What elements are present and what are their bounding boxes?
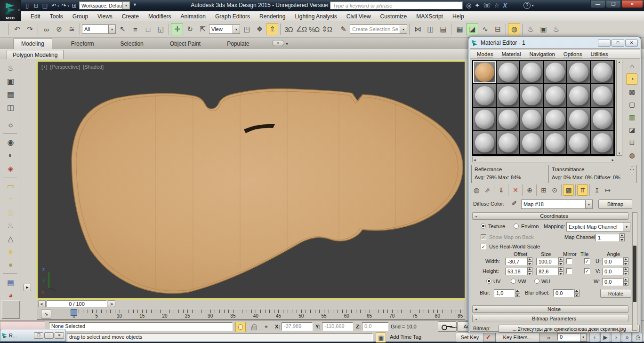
uv-radio[interactable]: [486, 279, 491, 284]
material-slot[interactable]: [544, 84, 566, 107]
show-map-in-viewport-icon[interactable]: ▩: [563, 184, 574, 196]
plane-light-icon[interactable]: ▭: [3, 180, 17, 192]
chevron-down-icon[interactable]: ▾: [580, 333, 587, 342]
tab-polygon-modeling[interactable]: Polygon Modeling: [7, 50, 64, 59]
material-slot[interactable]: [544, 61, 566, 83]
tab-modeling[interactable]: Modeling: [13, 38, 52, 49]
u-angle-field[interactable]: 0,0: [602, 258, 623, 265]
background-icon[interactable]: ▩: [626, 86, 637, 97]
chevron-down-icon[interactable]: ▾: [68, 4, 70, 10]
next-frame-icon[interactable]: ›: [611, 332, 621, 342]
blur-spinner[interactable]: [515, 289, 520, 297]
environ-radio[interactable]: [514, 223, 519, 229]
me-menu-navigation[interactable]: Navigation: [525, 50, 558, 58]
tile-v-checkbox[interactable]: [584, 268, 590, 274]
render-setup-dialog-icon[interactable]: ▤: [3, 88, 17, 100]
search-input[interactable]: [330, 1, 463, 9]
u-angle-spinner[interactable]: [623, 257, 628, 265]
close-button[interactable]: ✕: [621, 0, 643, 8]
menu-views[interactable]: Views: [93, 12, 117, 21]
scroll-left-icon[interactable]: ◀: [474, 158, 476, 161]
menu-edit[interactable]: Edit: [26, 12, 45, 21]
goto-start-icon[interactable]: «: [543, 332, 554, 343]
slots-horizontal-scrollbar[interactable]: ◀ ▶: [472, 157, 615, 162]
bitmap-parameters-rollout-header[interactable]: - Bitmap Parameters: [472, 315, 628, 322]
material-id-channel-icon[interactable]: ⊙: [549, 184, 560, 196]
v-angle-field[interactable]: 0,0: [602, 268, 623, 275]
add-time-tag[interactable]: Add Time Tag: [390, 334, 421, 340]
tab-object-paint[interactable]: Object Paint: [162, 39, 208, 49]
menu-civil-view[interactable]: Civil View: [342, 12, 376, 21]
viewport-menu-general[interactable]: [+]: [41, 64, 48, 70]
width-size-field[interactable]: 100,0: [536, 258, 558, 265]
sample-type-icon[interactable]: ○: [626, 61, 637, 72]
blur-offset-field[interactable]: 0,0: [553, 289, 574, 297]
dope-sheet-icon[interactable]: ⊟: [491, 23, 504, 35]
map-channel-field[interactable]: 1: [596, 234, 619, 241]
me-restore-button[interactable]: □: [612, 40, 624, 47]
material-slot[interactable]: [497, 84, 519, 107]
width-offset-field[interactable]: -30,7: [505, 258, 527, 265]
menu-group[interactable]: Group: [68, 12, 93, 21]
key-filters-button[interactable]: Key Filters...: [495, 333, 539, 342]
track-bar[interactable]: ∿ 0510152025303540455055606570758085: [37, 309, 465, 320]
angle-snap-icon[interactable]: ∠Ω: [295, 23, 307, 35]
make-preview-icon[interactable]: ◪: [626, 124, 637, 136]
layer-manager-icon[interactable]: ▤: [437, 23, 449, 35]
communication-center-icon[interactable]: ☏: [483, 2, 491, 9]
environment-dialog-icon[interactable]: ◫: [3, 101, 17, 113]
reference-coordinate-dropdown[interactable]: View▾: [209, 24, 240, 34]
toolbar-overflow-icon[interactable]: ▼: [133, 2, 137, 7]
select-by-material-icon[interactable]: ◍: [626, 150, 637, 161]
ring-light-icon[interactable]: ◎: [3, 206, 17, 218]
sample-uv-tiling-icon[interactable]: ▢: [626, 99, 637, 110]
make-unique-icon[interactable]: ⊕: [524, 184, 535, 196]
menu-animation[interactable]: Animation: [176, 12, 210, 21]
material-slot[interactable]: [473, 108, 496, 130]
restore-button[interactable]: ❐: [606, 0, 621, 8]
show-map-on-back-checkbox[interactable]: [481, 234, 486, 240]
redo-icon[interactable]: ↷: [24, 23, 36, 35]
rect-selection-region-icon[interactable]: □: [142, 23, 154, 35]
app-logo-button[interactable]: ▾ MXD: [0, 0, 21, 21]
me-menu-modes[interactable]: Modes: [473, 50, 497, 58]
rollout-scrollbar[interactable]: [632, 212, 637, 331]
vw-radio[interactable]: [511, 279, 516, 284]
menu-rendering[interactable]: Rendering: [255, 12, 290, 21]
undo-icon[interactable]: ↶: [11, 23, 23, 35]
material-slot[interactable]: [520, 61, 543, 83]
select-link-icon[interactable]: ∞: [40, 23, 52, 35]
percent-snap-icon[interactable]: %Ω: [308, 23, 320, 35]
w-angle-spinner[interactable]: [623, 278, 628, 286]
material-slot[interactable]: [473, 61, 496, 83]
unlink-selection-icon[interactable]: ⊘: [53, 23, 65, 35]
scene-explorer-icon[interactable]: ◪: [466, 23, 478, 35]
keyboard-override-icon[interactable]: ⇑: [266, 23, 278, 35]
dome-light-icon[interactable]: ◓: [3, 193, 17, 205]
scroll-up-icon[interactable]: ▲: [618, 61, 621, 64]
coordinates-rollout-header[interactable]: - Coordinates: [472, 212, 628, 220]
me-menu-options[interactable]: Options: [560, 50, 586, 58]
viewport[interactable]: [+] [Perspective] [Shaded]: [37, 61, 465, 299]
material-slot[interactable]: [473, 131, 496, 154]
me-close-button[interactable]: ✕: [625, 40, 638, 47]
material-slot[interactable]: [591, 61, 613, 83]
backlight-icon[interactable]: ◔: [626, 73, 637, 85]
time-slider-handle[interactable]: [71, 309, 77, 316]
cone-icon[interactable]: △: [3, 232, 17, 245]
material-slot[interactable]: [497, 108, 519, 130]
rendered-frame-window-icon[interactable]: ▣: [537, 23, 549, 35]
wu-radio[interactable]: [534, 279, 539, 284]
material-slot[interactable]: [497, 61, 519, 83]
mapping-dropdown[interactable]: Explicit Map Channel ▾: [566, 222, 630, 231]
material-slot[interactable]: [497, 131, 519, 154]
use-real-world-scale-checkbox[interactable]: [481, 244, 486, 249]
mirror-icon[interactable]: ⋈: [411, 23, 424, 35]
menu-graph-editors[interactable]: Graph Editors: [210, 12, 255, 21]
time-slider-field[interactable]: 0 / 100: [47, 300, 107, 307]
render-setup-icon[interactable]: ♨: [524, 23, 537, 35]
material-slot[interactable]: [591, 84, 613, 107]
light-lister-icon[interactable]: ☼: [3, 119, 17, 131]
new-scene-icon[interactable]: ▯: [23, 1, 32, 10]
cube-toggle-icon[interactable]: ▣: [376, 332, 386, 343]
